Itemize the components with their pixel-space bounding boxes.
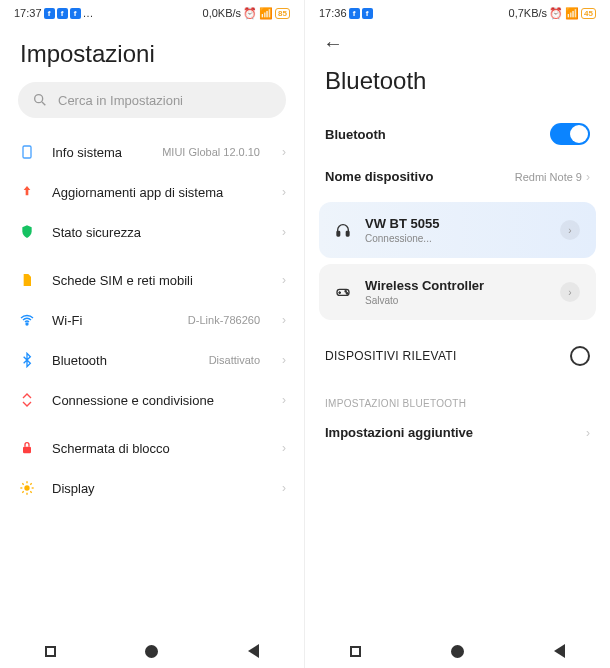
page-title: Bluetooth — [305, 55, 610, 111]
net-speed: 0,0KB/s — [203, 7, 242, 19]
device-status: Salvato — [365, 295, 546, 306]
time: 17:37 — [14, 7, 42, 19]
signal-icon: 📶 — [565, 7, 579, 20]
row-label: Connessione e condivisione — [52, 393, 266, 408]
signal-icon: 📶 — [259, 7, 273, 20]
row-wifi[interactable]: Wi-Fi D-Link-786260 › — [0, 300, 304, 340]
settings-caption: IMPOSTAZIONI BLUETOOTH — [305, 372, 610, 413]
row-lockscreen[interactable]: Schermata di blocco › — [0, 428, 304, 468]
net-speed: 0,7KB/s — [509, 7, 548, 19]
row-label: Aggiornamenti app di sistema — [52, 185, 266, 200]
additional-settings-row[interactable]: Impostazioni aggiuntive › — [305, 413, 610, 452]
battery-icon: 45 — [581, 8, 596, 19]
svg-line-11 — [30, 491, 31, 492]
gamepad-icon — [335, 284, 351, 300]
chevron-right-icon: › — [282, 313, 286, 327]
svg-point-5 — [24, 485, 29, 490]
row-bluetooth[interactable]: Bluetooth Disattivato › — [0, 340, 304, 380]
row-connection[interactable]: Connessione e condivisione › — [0, 380, 304, 420]
nav-bar — [305, 634, 610, 668]
discovered-devices-header: DISPOSITIVI RILEVATI — [305, 326, 610, 372]
toggle-label: Bluetooth — [325, 127, 550, 142]
wifi-icon — [19, 312, 35, 328]
svg-line-1 — [42, 102, 45, 105]
share-icon — [19, 392, 35, 408]
bluetooth-toggle[interactable] — [550, 123, 590, 145]
chevron-right-icon: › — [282, 273, 286, 287]
fb-icon: f — [349, 8, 360, 19]
device-name: Wireless Controller — [365, 278, 546, 293]
device-name: VW BT 5055 — [365, 216, 546, 231]
fb-icon: f — [57, 8, 68, 19]
nav-recent-button[interactable] — [45, 646, 56, 657]
device-name-row[interactable]: Nome dispositivo Redmi Note 9 › — [305, 157, 610, 196]
settings-panel: 17:37 f f f … 0,0KB/s ⏰ 📶 85 Impostazion… — [0, 0, 305, 668]
shield-icon — [19, 224, 35, 240]
row-label: Schermata di blocco — [52, 441, 266, 456]
chevron-right-icon: › — [586, 426, 590, 440]
nav-bar — [0, 634, 304, 668]
row-value: Disattivato — [209, 354, 260, 366]
status-bar-right: 17:36 f f 0,7KB/s ⏰ 📶 45 — [305, 0, 610, 22]
svg-point-0 — [35, 95, 43, 103]
row-value: MIUI Global 12.0.10 — [162, 146, 260, 158]
chevron-right-icon: › — [282, 225, 286, 239]
search-input[interactable]: Cerca in Impostazioni — [18, 82, 286, 118]
fb-icon: f — [362, 8, 373, 19]
svg-point-3 — [26, 323, 28, 325]
nav-recent-button[interactable] — [350, 646, 361, 657]
svg-line-10 — [22, 483, 23, 484]
device-name-value: Redmi Note 9 — [515, 171, 582, 183]
nav-home-button[interactable] — [451, 645, 464, 658]
alarm-icon: ⏰ — [549, 7, 563, 20]
chevron-right-icon: › — [282, 481, 286, 495]
row-info-sistema[interactable]: Info sistema MIUI Global 12.0.10 › — [0, 132, 304, 172]
row-label: Info sistema — [52, 145, 146, 160]
saved-device-card[interactable]: Wireless Controller Salvato › — [319, 264, 596, 320]
nav-home-button[interactable] — [145, 645, 158, 658]
svg-point-18 — [346, 293, 347, 294]
sim-icon — [19, 272, 35, 288]
row-security[interactable]: Stato sicurezza › — [0, 212, 304, 252]
search-icon — [32, 92, 48, 108]
bluetooth-panel: 17:36 f f 0,7KB/s ⏰ 📶 45 ← Bluetooth Blu… — [305, 0, 610, 668]
alarm-icon: ⏰ — [243, 7, 257, 20]
fb-icon: f — [70, 8, 81, 19]
chevron-right-icon: › — [282, 441, 286, 455]
status-bar-left: 17:37 f f f … 0,0KB/s ⏰ 📶 85 — [0, 0, 304, 22]
refresh-icon[interactable] — [570, 346, 590, 366]
section-title: DISPOSITIVI RILEVATI — [325, 349, 457, 363]
battery-icon: 85 — [275, 8, 290, 19]
svg-rect-14 — [337, 231, 340, 236]
bluetooth-icon — [19, 352, 35, 368]
row-display[interactable]: Display › — [0, 468, 304, 508]
row-label: Wi-Fi — [52, 313, 172, 328]
paired-device-card[interactable]: VW BT 5055 Connessione... › — [319, 202, 596, 258]
chevron-right-icon: › — [282, 185, 286, 199]
chevron-right-icon: › — [282, 393, 286, 407]
chevron-right-icon[interactable]: › — [560, 220, 580, 240]
nav-back-button[interactable] — [554, 644, 565, 658]
device-name-label: Nome dispositivo — [325, 169, 515, 184]
row-label: Bluetooth — [52, 353, 193, 368]
row-updates[interactable]: Aggiornamenti app di sistema › — [0, 172, 304, 212]
headphones-icon — [335, 222, 351, 238]
search-placeholder: Cerca in Impostazioni — [58, 93, 183, 108]
back-button[interactable]: ← — [305, 22, 610, 55]
nav-back-button[interactable] — [248, 644, 259, 658]
row-label: Schede SIM e reti mobili — [52, 273, 266, 288]
update-icon — [19, 184, 35, 200]
svg-rect-4 — [23, 447, 31, 454]
bluetooth-toggle-row[interactable]: Bluetooth — [305, 111, 610, 157]
row-label: Impostazioni aggiuntive — [325, 425, 586, 440]
svg-point-17 — [345, 291, 346, 292]
row-sim[interactable]: Schede SIM e reti mobili › — [0, 260, 304, 300]
time: 17:36 — [319, 7, 347, 19]
svg-line-13 — [30, 483, 31, 484]
row-value: D-Link-786260 — [188, 314, 260, 326]
chevron-right-icon: › — [282, 353, 286, 367]
chevron-right-icon[interactable]: › — [560, 282, 580, 302]
svg-line-12 — [22, 491, 23, 492]
svg-rect-15 — [346, 231, 349, 236]
page-title: Impostazioni — [0, 22, 304, 82]
